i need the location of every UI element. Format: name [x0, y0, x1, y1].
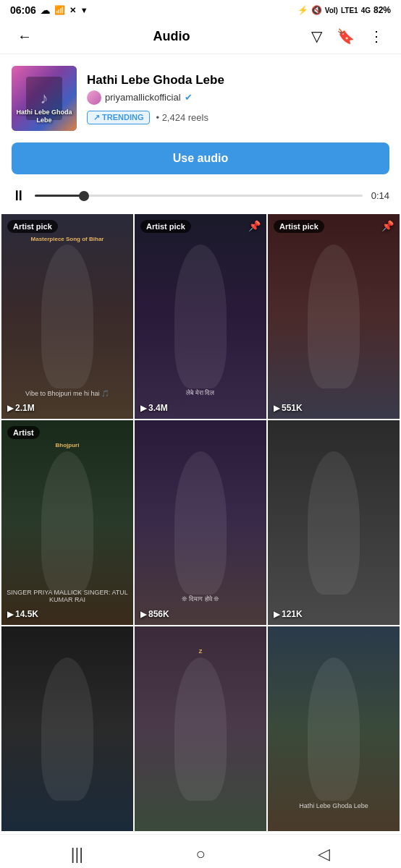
bluetooth-icon: ⚡	[297, 5, 308, 15]
song-header: ♪ Hathi Lebe Ghoda Lebe Hathi Lebe Ghoda…	[0, 54, 401, 140]
artist-pick-badge: Artist pick	[274, 220, 324, 233]
location-icon: ▼	[80, 6, 88, 14]
bottom-nav: ||| ○ ◁	[0, 834, 401, 868]
grid-item[interactable]: Hathi Lebe Ghoda Lebe	[268, 626, 400, 831]
play-icon: ▶	[7, 610, 13, 619]
status-bar: 06:06 ☁ 📶 ✕ ▼ ⚡ 🔇 Vol) LTE1 4G 82%	[0, 0, 401, 19]
wifi-icon: ✕	[69, 6, 76, 15]
thumbnail-figure	[135, 626, 266, 831]
artist-avatar	[87, 90, 101, 105]
grid-item[interactable]: Artist pick📌▶ 551K	[268, 214, 400, 419]
thumbnail-figure	[268, 626, 400, 831]
progress-bar[interactable]	[35, 195, 363, 197]
artist-name: priyamallickofficial	[105, 92, 181, 103]
pin-icon: 📌	[381, 220, 394, 231]
thumbnail-top-text: Z	[135, 648, 266, 655]
thumbnail-figure	[1, 626, 133, 831]
grid-item[interactable]: Z	[135, 626, 266, 831]
artist-row[interactable]: priyamallickofficial ✔	[87, 90, 389, 105]
mute-icon: 🔇	[311, 5, 322, 15]
back-button[interactable]: ←	[12, 25, 38, 48]
thumbnail-figure	[135, 214, 266, 419]
grid-item[interactable]: Masterpiece Song of BiharVibe to Bhojpur…	[1, 214, 133, 419]
home-button[interactable]: ○	[195, 845, 205, 864]
vol-label: Vol)	[325, 7, 338, 14]
trending-badge: ↗ TRENDING	[87, 111, 150, 124]
artist-pick-badge: Artist pick	[140, 220, 191, 233]
grid-item[interactable]: ❊ दिमाग होवे ❊▶ 856K	[135, 420, 266, 625]
view-count: ▶ 2.1M	[7, 403, 35, 413]
play-icon: ▶	[274, 610, 279, 619]
thumbnail-figure	[268, 420, 400, 625]
lte1-icon: LTE1	[341, 7, 358, 14]
more-icon[interactable]: ⋮	[363, 25, 389, 48]
thumbnail-bottom-text: लेबे मेरा दिल	[135, 389, 266, 397]
filter-icon[interactable]: ▽	[305, 25, 328, 48]
view-count: ▶ 121K	[274, 609, 303, 619]
view-count: ▶ 14.5K	[7, 609, 38, 619]
recent-apps-button[interactable]: |||	[71, 845, 83, 864]
grid-item[interactable]: लेबे मेरा दिलArtist pick📌▶ 3.4M	[135, 214, 266, 419]
trending-arrow-icon: ↗	[93, 113, 100, 122]
grid-item[interactable]	[1, 626, 133, 831]
status-right: ⚡ 🔇 Vol) LTE1 4G 82%	[297, 5, 391, 15]
play-icon: ▶	[274, 404, 279, 413]
nav-icons-right: ▽ 🔖 ⋮	[305, 25, 389, 48]
status-time: 06:06	[10, 4, 36, 16]
thumbnail-bottom-text: SINGER PRIYA MALLICK SINGER: ATUL KUMAR …	[1, 589, 133, 603]
trending-row: ↗ TRENDING • 2,424 reels	[87, 111, 389, 124]
status-left: 06:06 ☁ 📶 ✕ ▼	[10, 4, 88, 16]
cloud-icon: ☁	[41, 5, 50, 16]
use-audio-button[interactable]: Use audio	[12, 142, 389, 174]
back-nav-button[interactable]: ◁	[318, 845, 330, 864]
verified-icon: ✔	[185, 92, 193, 103]
progress-thumb	[79, 191, 89, 201]
pause-button[interactable]: ⏸	[12, 187, 26, 204]
thumbnail-top-text: Masterpiece Song of Bihar	[1, 236, 133, 242]
trending-label: TRENDING	[102, 113, 143, 122]
view-count: ▶ 3.4M	[140, 403, 168, 413]
album-art-text: Hathi Lebe Ghoda Lebe	[12, 106, 77, 128]
play-icon: ▶	[140, 404, 146, 413]
play-icon: ▶	[7, 404, 13, 413]
thumbnail-bottom-text: ❊ दिमाग होवे ❊	[135, 595, 266, 603]
pin-icon: 📌	[248, 220, 261, 231]
page-title: Audio	[38, 29, 305, 44]
view-count: ▶ 856K	[140, 609, 169, 619]
audio-player: ⏸ 0:14	[0, 184, 401, 214]
top-nav: ← Audio ▽ 🔖 ⋮	[0, 19, 401, 54]
thumbnail-figure	[135, 420, 266, 625]
thumbnail-figure	[1, 214, 133, 419]
thumbnail-bottom-text: Hathi Lebe Ghoda Lebe	[268, 802, 400, 809]
thumbnail-figure	[268, 214, 400, 419]
grid-item[interactable]: BhojpuriSINGER PRIYA MALLICK SINGER: ATU…	[1, 420, 133, 625]
play-icon: ▶	[140, 610, 146, 619]
bookmark-icon[interactable]: 🔖	[331, 25, 360, 48]
video-grid: Masterpiece Song of BiharVibe to Bhojpur…	[0, 214, 401, 831]
reels-count: • 2,424 reels	[156, 112, 208, 123]
artist-pick-badge: Artist	[7, 426, 40, 439]
album-art: ♪ Hathi Lebe Ghoda Lebe	[12, 66, 77, 131]
time-label: 0:14	[371, 190, 389, 201]
progress-fill	[35, 195, 84, 197]
thumbnail-bottom-text: Vibe to Bhojpuri me hi hai 🎵	[1, 390, 133, 397]
signal-icon: 📶	[54, 5, 65, 15]
battery-label: 82%	[373, 5, 391, 15]
grid-item[interactable]: ▶ 121K	[268, 420, 400, 625]
artist-pick-badge: Artist pick	[7, 220, 58, 233]
lte2-icon: 4G	[361, 7, 371, 14]
song-title: Hathi Lebe Ghoda Lebe	[87, 73, 389, 88]
song-info: Hathi Lebe Ghoda Lebe priyamallickoffici…	[87, 73, 389, 124]
view-count: ▶ 551K	[274, 403, 303, 413]
thumbnail-top-text: Bhojpuri	[1, 442, 133, 448]
